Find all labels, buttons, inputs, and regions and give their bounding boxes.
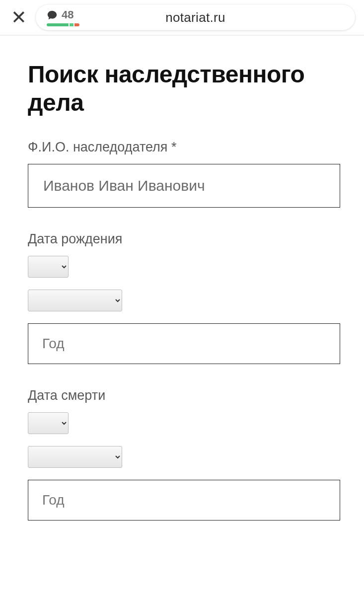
label-birth: Дата рождения (28, 231, 340, 247)
input-name[interactable] (28, 164, 340, 208)
progress-bar (47, 23, 78, 26)
field-birth: Дата рождения (28, 231, 340, 364)
address-pill[interactable]: 48 notariat.ru (36, 4, 355, 30)
field-name: Ф.И.О. наследодателя * (28, 140, 340, 208)
comment-icon (47, 9, 58, 20)
select-birth-day[interactable] (28, 256, 69, 278)
label-name: Ф.И.О. наследодателя * (28, 140, 340, 155)
close-icon[interactable]: ✕ (9, 8, 29, 27)
select-death-month[interactable] (28, 446, 122, 468)
label-death: Дата смерти (28, 388, 340, 403)
pill-left: 48 (47, 8, 78, 26)
select-birth-month[interactable] (28, 290, 122, 311)
page-title: Поиск наследственного дела (28, 61, 340, 117)
input-death-year[interactable] (28, 480, 340, 521)
page-content: Поиск наследственного дела Ф.И.О. наслед… (0, 36, 364, 521)
input-birth-year[interactable] (28, 323, 340, 364)
comment-count: 48 (62, 8, 73, 21)
site-title: notariat.ru (36, 10, 355, 25)
comments-indicator[interactable]: 48 (47, 8, 73, 21)
browser-topbar: ✕ 48 notariat.ru (0, 0, 364, 35)
select-death-day[interactable] (28, 412, 69, 434)
field-death: Дата смерти (28, 388, 340, 521)
